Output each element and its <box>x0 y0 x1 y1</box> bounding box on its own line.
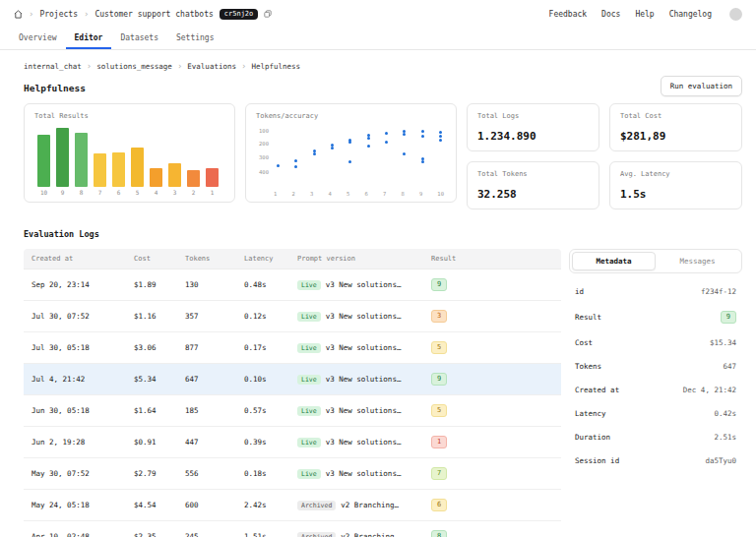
metadata-field: Latency0.42s <box>569 401 742 425</box>
cell-prompt-version: Livev3 New solutions… <box>289 301 423 332</box>
detail-fields: idf234f-12Result9Cost$15.34Tokens647Crea… <box>569 279 742 472</box>
column-header-result[interactable]: Result <box>423 249 561 269</box>
table-row[interactable]: Jul 4, 21:42$5.346470.10sLivev3 New solu… <box>24 364 561 395</box>
data-point <box>403 133 406 136</box>
scatter-y-axis: 100200300400 <box>256 128 271 183</box>
prompt-status-tag: Archived <box>297 501 336 510</box>
y-axis-tick: 200 <box>259 141 269 147</box>
breadcrumb-item[interactable]: Helpfulness <box>251 62 300 71</box>
breadcrumb-item[interactable]: Evaluations <box>187 62 236 71</box>
x-axis-tick: 10 <box>437 191 444 197</box>
field-value: Dec 4, 21:42 <box>683 386 736 394</box>
column-header-created-at[interactable]: Created at <box>24 249 126 269</box>
cell-cost: $0.91 <box>126 427 177 458</box>
prompt-status-tag: Live <box>297 438 321 448</box>
topbar-link-feedback[interactable]: Feedback <box>549 10 588 19</box>
column-header-tokens[interactable]: Tokens <box>177 249 236 269</box>
detail-tab-metadata[interactable]: Metadata <box>572 252 656 270</box>
column-header-latency[interactable]: Latency <box>236 249 289 269</box>
bar[interactable] <box>206 168 219 187</box>
bar[interactable] <box>187 170 200 187</box>
table-row[interactable]: Jul 30, 07:52$1.163570.12sLivev3 New sol… <box>24 301 561 332</box>
prompt-status-tag: Live <box>297 343 321 353</box>
cell-created-at: May 30, 07:52 <box>24 458 126 490</box>
cell-cost: $1.16 <box>126 301 177 332</box>
topbar: › Projects › Customer support chatbots c… <box>0 0 756 28</box>
tab-datasets[interactable]: Datasets <box>111 28 167 49</box>
tab-overview[interactable]: Overview <box>10 28 66 49</box>
y-axis-tick: 100 <box>259 128 269 134</box>
bar-column: 4 <box>150 126 162 197</box>
table-row[interactable]: Jun 2, 19:28$0.914470.39sLivev3 New solu… <box>24 427 561 458</box>
copy-icon[interactable] <box>264 10 272 18</box>
prompt-version-text: v3 New solutions… <box>326 375 402 384</box>
bar-column: 3 <box>168 126 181 197</box>
cell-latency: 0.12s <box>236 301 289 332</box>
data-point <box>277 164 280 167</box>
result-badge: 1 <box>431 436 447 448</box>
bar-column: 7 <box>94 126 106 197</box>
table-row[interactable]: Sep 20, 23:14$1.891300.48sLivev3 New sol… <box>24 269 561 301</box>
topbar-link-changelog[interactable]: Changelog <box>669 10 712 19</box>
bar-column: 5 <box>131 126 144 197</box>
bar-column: 10 <box>37 126 50 197</box>
topbar-link-docs[interactable]: Docs <box>601 10 620 19</box>
column-header-prompt-version[interactable]: Prompt version <box>289 249 423 269</box>
bar-column: 8 <box>75 126 88 197</box>
bar[interactable] <box>56 128 69 187</box>
data-point <box>439 139 442 142</box>
bar[interactable] <box>131 148 144 187</box>
main-content: internal_chat›solutions_message›Evaluati… <box>0 50 756 537</box>
bar[interactable] <box>168 163 181 187</box>
bar[interactable] <box>112 152 125 187</box>
bar[interactable] <box>94 153 106 187</box>
bar-label: 9 <box>61 189 65 197</box>
tokens-accuracy-scatter: 100200300400 12345678910 <box>256 126 446 197</box>
prompt-status-tag: Live <box>297 280 321 290</box>
stat-card: Total Cost$281,89 <box>609 103 742 151</box>
field-label: Cost <box>575 338 593 347</box>
prompt-status-tag: Live <box>297 312 321 322</box>
bar[interactable] <box>37 135 50 187</box>
x-axis-tick: 3 <box>310 191 313 197</box>
topbar-link-help[interactable]: Help <box>635 10 654 19</box>
home-icon[interactable] <box>14 10 23 19</box>
data-point <box>421 130 424 133</box>
summary-cards: Total Results 10987654321 Tokens/accurac… <box>24 103 742 209</box>
cell-created-at: Jul 30, 05:18 <box>24 332 126 364</box>
table-row[interactable]: Apr 10, 02:48$2.352451.51sArchivedv2 Bra… <box>24 521 561 537</box>
cell-latency: 0.57s <box>236 395 289 427</box>
x-axis-tick: 4 <box>328 191 331 197</box>
result-badge: 5 <box>431 341 447 354</box>
column-header-cost[interactable]: Cost <box>126 249 177 269</box>
tab-editor[interactable]: Editor <box>66 28 112 49</box>
cell-latency: 2.42s <box>236 490 289 521</box>
breadcrumb-project-name[interactable]: Customer support chatbots <box>94 10 213 19</box>
data-point <box>294 165 297 168</box>
cell-result: 8 <box>423 521 561 537</box>
table-row[interactable]: Jun 30, 05:18$1.641850.57sLivev3 New sol… <box>24 395 561 427</box>
cell-result: 3 <box>423 301 561 332</box>
cell-prompt-version: Archivedv2 Branching… <box>289 521 423 537</box>
table-row[interactable]: May 24, 05:18$4.546002.42sArchivedv2 Bra… <box>24 490 561 521</box>
table-row[interactable]: May 30, 07:52$2.795560.18sLivev3 New sol… <box>24 458 561 490</box>
bar[interactable] <box>150 168 162 187</box>
data-point <box>367 137 370 140</box>
run-evaluation-button[interactable]: Run evaluation <box>661 76 742 96</box>
breadcrumb: internal_chat›solutions_message›Evaluati… <box>24 62 742 71</box>
total-results-card: Total Results 10987654321 <box>24 103 235 203</box>
table-row[interactable]: Jul 30, 05:18$3.068770.17sLivev3 New sol… <box>24 332 561 364</box>
bar[interactable] <box>75 133 88 187</box>
avatar[interactable] <box>729 8 742 21</box>
detail-panel: MetadataMessages idf234f-12Result9Cost$1… <box>569 249 742 472</box>
tab-settings[interactable]: Settings <box>167 28 223 49</box>
result-badge: 8 <box>431 530 447 537</box>
field-value: da5Tyu0 <box>705 456 736 465</box>
metadata-field: Session idda5Tyu0 <box>569 448 742 472</box>
breadcrumb-projects[interactable]: Projects <box>39 10 78 19</box>
breadcrumb-item[interactable]: internal_chat <box>24 62 82 71</box>
cell-prompt-version: Archivedv2 Branching… <box>289 490 423 521</box>
metadata-field: Duration2.51s <box>569 425 742 448</box>
breadcrumb-item[interactable]: solutions_message <box>96 62 172 71</box>
detail-tab-messages[interactable]: Messages <box>656 252 739 270</box>
